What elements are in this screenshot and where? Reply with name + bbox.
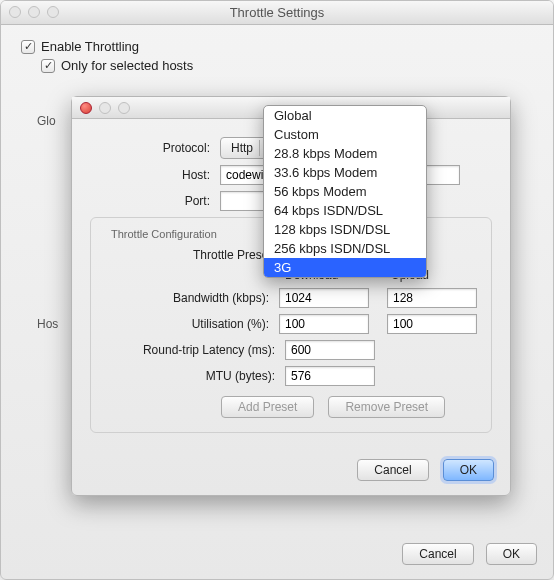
preset-option[interactable]: Global xyxy=(264,106,426,125)
remove-preset-button[interactable]: Remove Preset xyxy=(328,396,445,418)
utilisation-download-input[interactable] xyxy=(279,314,369,334)
close-icon[interactable] xyxy=(9,6,21,18)
preset-buttons: Add Preset Remove Preset xyxy=(221,396,477,418)
enable-throttling-label: Enable Throttling xyxy=(41,39,139,54)
latency-label: Round-trip Latency (ms): xyxy=(105,343,275,357)
cancel-button[interactable]: Cancel xyxy=(402,543,473,565)
window-footer: Cancel OK xyxy=(402,543,537,565)
mtu-row: MTU (bytes): xyxy=(105,366,477,386)
zoom-icon xyxy=(118,102,130,114)
protocol-value: Http xyxy=(231,141,253,155)
utilisation-row: Utilisation (%): xyxy=(105,314,477,334)
preset-option[interactable]: 56 kbps Modem xyxy=(264,182,426,201)
dialog-traffic-lights xyxy=(80,102,130,114)
bandwidth-upload-input[interactable] xyxy=(387,288,477,308)
bandwidth-row: Bandwidth (kbps): xyxy=(105,288,477,308)
protocol-label: Protocol: xyxy=(90,141,210,155)
dialog-ok-button[interactable]: OK xyxy=(443,459,494,481)
preset-dropdown-popup: Global Custom 28.8 kbps Modem 33.6 kbps … xyxy=(263,105,427,278)
preset-label: Throttle Preset: xyxy=(105,248,275,262)
zoom-icon[interactable] xyxy=(47,6,59,18)
window-titlebar: Throttle Settings xyxy=(1,1,553,25)
dialog-cancel-button[interactable]: Cancel xyxy=(357,459,428,481)
port-label: Port: xyxy=(90,194,210,208)
dialog-footer: Cancel OK xyxy=(357,459,494,481)
mtu-label: MTU (bytes): xyxy=(105,369,275,383)
enable-throttling-checkbox[interactable] xyxy=(21,40,35,54)
add-preset-button[interactable]: Add Preset xyxy=(221,396,314,418)
enable-throttling-row: Enable Throttling xyxy=(21,39,533,54)
minimize-icon xyxy=(99,102,111,114)
only-selected-label: Only for selected hosts xyxy=(61,58,193,73)
window-traffic-lights xyxy=(9,6,59,18)
close-icon[interactable] xyxy=(80,102,92,114)
latency-row: Round-trip Latency (ms): xyxy=(105,340,477,360)
bandwidth-label: Bandwidth (kbps): xyxy=(105,291,269,305)
preset-option[interactable]: 64 kbps ISDN/DSL xyxy=(264,201,426,220)
utilisation-label: Utilisation (%): xyxy=(105,317,269,331)
preset-option[interactable]: 128 kbps ISDN/DSL xyxy=(264,220,426,239)
latency-input[interactable] xyxy=(285,340,375,360)
utilisation-upload-input[interactable] xyxy=(387,314,477,334)
preset-option[interactable]: Custom xyxy=(264,125,426,144)
minimize-icon[interactable] xyxy=(28,6,40,18)
only-selected-row: Only for selected hosts xyxy=(41,58,533,73)
mtu-input[interactable] xyxy=(285,366,375,386)
preset-option-selected[interactable]: 3G xyxy=(264,258,426,277)
throttle-settings-window: Throttle Settings Enable Throttling Only… xyxy=(0,0,554,580)
bandwidth-download-input[interactable] xyxy=(279,288,369,308)
ok-button[interactable]: OK xyxy=(486,543,537,565)
host-label: Host: xyxy=(90,168,210,182)
preset-option[interactable]: 33.6 kbps Modem xyxy=(264,163,426,182)
preset-option[interactable]: 28.8 kbps Modem xyxy=(264,144,426,163)
background-group-label-1: Glo xyxy=(37,114,56,128)
preset-option[interactable]: 256 kbps ISDN/DSL xyxy=(264,239,426,258)
window-title: Throttle Settings xyxy=(230,5,325,20)
only-selected-checkbox[interactable] xyxy=(41,59,55,73)
background-group-label-2: Hos xyxy=(37,317,58,331)
